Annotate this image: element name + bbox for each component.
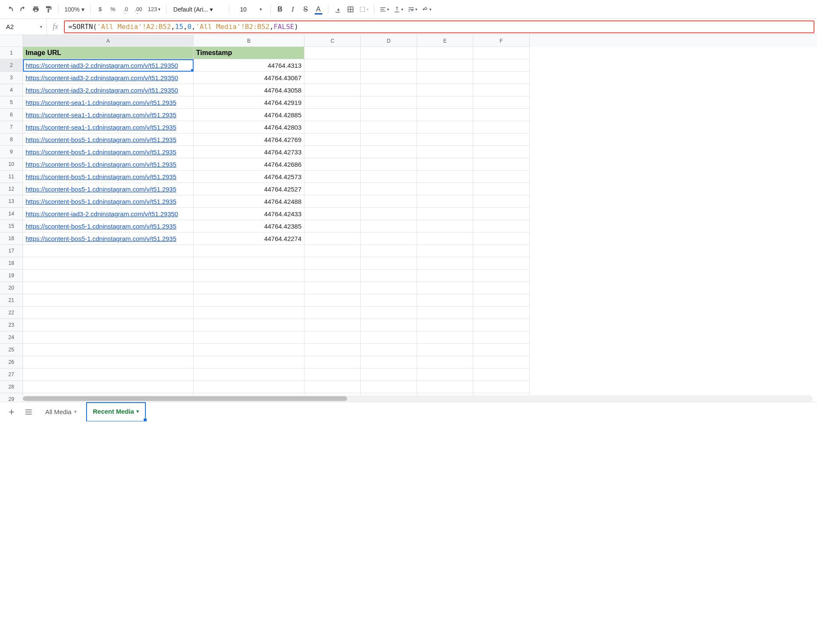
cell-url[interactable]: https://scontent-bos5-1.cdninstagram.com… [23,158,194,171]
text-wrap-dropdown[interactable]: ▾ [406,3,419,15]
cell-url[interactable]: https://scontent-iad3-2.cdninstagram.com… [23,208,194,220]
cell-timestamp[interactable]: 44764.43058 [194,84,304,96]
borders-button[interactable] [345,3,356,15]
cell[interactable] [361,146,417,158]
print-button[interactable] [30,3,42,15]
cell[interactable] [361,319,417,331]
name-box[interactable]: A2 ▾ [0,19,47,35]
cell[interactable] [304,208,361,220]
cells-area[interactable]: Image URLTimestamphttps://scontent-iad3-… [23,47,817,402]
cell[interactable] [473,59,530,72]
cell[interactable] [361,195,417,208]
paint-format-button[interactable] [43,3,55,15]
cell[interactable] [361,257,417,270]
cell-url[interactable]: https://scontent-sea1-1.cdninstagram.com… [23,96,194,109]
cell-timestamp[interactable]: 44764.42885 [194,109,304,121]
cell[interactable] [23,356,194,368]
cell-timestamp[interactable]: 44764.42686 [194,158,304,171]
cell[interactable] [23,270,194,282]
horizontal-align-dropdown[interactable]: ▾ [378,3,391,15]
cell[interactable] [194,344,304,356]
cell[interactable] [473,72,530,84]
cell[interactable] [473,208,530,220]
cell[interactable] [473,195,530,208]
cell[interactable] [304,72,361,84]
row-header[interactable]: 1 [0,47,23,59]
column-header-e[interactable]: E [417,35,473,47]
cell[interactable] [361,171,417,183]
cell[interactable] [417,307,473,319]
cell-timestamp[interactable]: 44764.42769 [194,133,304,146]
row-header[interactable]: 7 [0,121,23,133]
cell[interactable] [194,381,304,393]
cell[interactable] [304,232,361,245]
column-header-c[interactable]: C [304,35,361,47]
row-header[interactable]: 29 [0,393,23,402]
cell[interactable] [473,109,530,121]
row-header[interactable]: 12 [0,183,23,195]
zoom-dropdown[interactable]: 100%▾ [62,3,87,15]
cell[interactable] [304,331,361,344]
row-header[interactable]: 19 [0,270,23,282]
cell[interactable] [417,356,473,368]
cell-url[interactable]: https://scontent-iad3-2.cdninstagram.com… [23,59,194,72]
cell[interactable] [304,356,361,368]
cell[interactable] [361,294,417,307]
cell[interactable] [304,96,361,109]
format-currency-button[interactable]: $ [94,3,106,15]
cell[interactable] [417,183,473,195]
cell[interactable] [361,121,417,133]
cell[interactable] [304,109,361,121]
cell[interactable] [417,171,473,183]
column-header-d[interactable]: D [361,35,417,47]
row-header[interactable]: 27 [0,368,23,381]
row-header[interactable]: 2 [0,59,23,72]
cell[interactable] [417,121,473,133]
cell[interactable] [361,72,417,84]
fill-color-button[interactable] [332,3,344,15]
font-size-input[interactable]: 10 [233,4,254,15]
cell[interactable] [361,307,417,319]
column-header-b[interactable]: B [194,35,304,47]
cell[interactable] [473,158,530,171]
cell[interactable] [473,331,530,344]
row-header[interactable]: 24 [0,331,23,344]
cell[interactable] [194,270,304,282]
cell[interactable] [473,368,530,381]
cell[interactable] [417,344,473,356]
cell[interactable] [417,146,473,158]
cell[interactable] [473,183,530,195]
cell[interactable] [23,331,194,344]
row-header[interactable]: 16 [0,232,23,245]
cell[interactable] [304,121,361,133]
cell[interactable] [194,356,304,368]
format-percent-button[interactable]: % [107,3,119,15]
cell[interactable] [23,344,194,356]
cell-timestamp[interactable]: 44764.42274 [194,232,304,245]
cell-timestamp[interactable]: 44764.43067 [194,72,304,84]
header-cell-image-url[interactable]: Image URL [23,47,194,59]
cell[interactable] [473,84,530,96]
row-header[interactable]: 23 [0,319,23,331]
scrollbar-thumb[interactable] [23,396,347,401]
cell[interactable] [473,282,530,294]
cell-timestamp[interactable]: 44764.42385 [194,220,304,232]
cell-url[interactable]: https://scontent-bos5-1.cdninstagram.com… [23,133,194,146]
cell-url[interactable]: https://scontent-bos5-1.cdninstagram.com… [23,232,194,245]
bold-button[interactable]: B [274,3,286,15]
cell-url[interactable]: https://scontent-sea1-1.cdninstagram.com… [23,121,194,133]
select-all-corner[interactable] [0,35,23,47]
more-formats-dropdown[interactable]: 123▾ [145,3,163,15]
cell-url[interactable]: https://scontent-bos5-1.cdninstagram.com… [23,146,194,158]
cell[interactable] [361,84,417,96]
cell[interactable] [417,331,473,344]
vertical-align-dropdown[interactable]: ▾ [392,3,405,15]
row-header[interactable]: 8 [0,133,23,146]
row-header[interactable]: 20 [0,282,23,294]
cell-timestamp[interactable]: 44764.42488 [194,195,304,208]
cell[interactable] [304,146,361,158]
cell[interactable] [473,245,530,257]
cell[interactable] [417,282,473,294]
cell[interactable] [417,195,473,208]
cell[interactable] [304,344,361,356]
